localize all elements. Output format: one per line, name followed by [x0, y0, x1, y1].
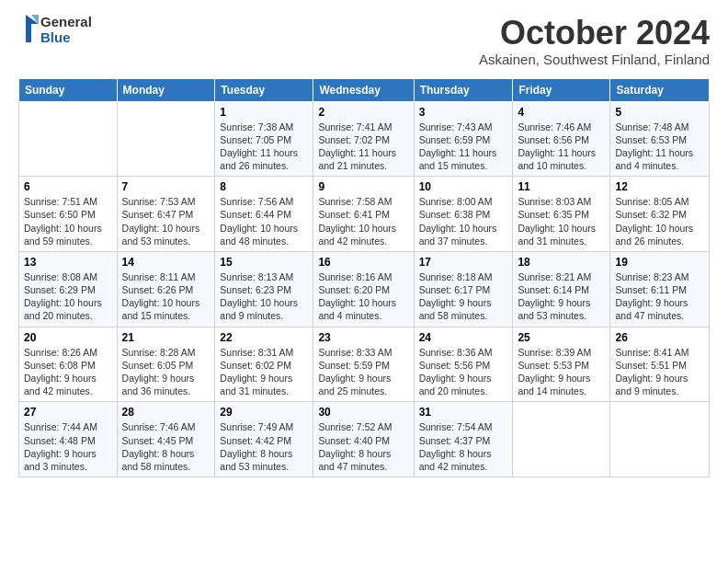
calendar-cell: 11Sunrise: 8:03 AM Sunset: 6:35 PM Dayli… — [513, 177, 610, 252]
day-number: 28 — [122, 406, 210, 419]
calendar-cell: 10Sunrise: 8:00 AM Sunset: 6:38 PM Dayli… — [414, 177, 513, 252]
day-info: Sunrise: 8:13 AM Sunset: 6:23 PM Dayligh… — [220, 270, 308, 323]
day-number: 23 — [318, 331, 408, 344]
day-number: 15 — [220, 256, 308, 269]
weekday-header: Sunday — [19, 78, 118, 101]
day-number: 10 — [419, 180, 508, 193]
calendar-cell: 12Sunrise: 8:05 AM Sunset: 6:32 PM Dayli… — [610, 177, 710, 252]
calendar-cell: 22Sunrise: 8:31 AM Sunset: 6:02 PM Dayli… — [215, 327, 313, 402]
day-info: Sunrise: 8:41 AM Sunset: 5:51 PM Dayligh… — [615, 346, 704, 398]
day-info: Sunrise: 8:00 AM Sunset: 6:38 PM Dayligh… — [419, 195, 508, 247]
calendar-cell: 4Sunrise: 7:46 AM Sunset: 6:56 PM Daylig… — [513, 101, 610, 177]
day-info: Sunrise: 7:52 AM Sunset: 4:40 PM Dayligh… — [318, 420, 408, 473]
calendar-cell — [610, 402, 710, 477]
calendar-cell — [117, 101, 215, 177]
day-number: 4 — [518, 106, 605, 119]
calendar-table: SundayMondayTuesdayWednesdayThursdayFrid… — [18, 78, 710, 477]
day-number: 6 — [24, 180, 112, 193]
day-info: Sunrise: 8:26 AM Sunset: 6:08 PM Dayligh… — [24, 346, 112, 398]
calendar-cell: 29Sunrise: 7:49 AM Sunset: 4:42 PM Dayli… — [215, 402, 313, 477]
day-number: 14 — [122, 256, 210, 269]
calendar-cell: 8Sunrise: 7:56 AM Sunset: 6:44 PM Daylig… — [215, 177, 313, 252]
day-info: Sunrise: 8:08 AM Sunset: 6:29 PM Dayligh… — [24, 270, 112, 323]
day-number: 3 — [419, 106, 508, 119]
day-number: 9 — [318, 180, 408, 193]
day-number: 21 — [122, 331, 210, 344]
calendar-header-row: SundayMondayTuesdayWednesdayThursdayFrid… — [19, 78, 710, 101]
day-info: Sunrise: 7:51 AM Sunset: 6:50 PM Dayligh… — [24, 195, 112, 247]
logo-text-blue: Blue — [40, 30, 92, 46]
day-number: 7 — [122, 180, 210, 193]
day-info: Sunrise: 7:49 AM Sunset: 4:42 PM Dayligh… — [220, 420, 308, 473]
title-block: October 2024 Askainen, Southwest Finland… — [479, 15, 710, 67]
calendar-cell: 3Sunrise: 7:43 AM Sunset: 6:59 PM Daylig… — [414, 101, 513, 177]
day-number: 16 — [318, 256, 408, 269]
day-info: Sunrise: 8:11 AM Sunset: 6:26 PM Dayligh… — [122, 270, 210, 323]
day-info: Sunrise: 7:38 AM Sunset: 7:05 PM Dayligh… — [220, 121, 308, 173]
calendar-cell: 30Sunrise: 7:52 AM Sunset: 4:40 PM Dayli… — [313, 402, 414, 477]
calendar-cell: 25Sunrise: 8:39 AM Sunset: 5:53 PM Dayli… — [513, 327, 610, 402]
calendar-cell: 28Sunrise: 7:46 AM Sunset: 4:45 PM Dayli… — [117, 402, 215, 477]
weekday-header: Thursday — [414, 78, 513, 101]
calendar-cell: 18Sunrise: 8:21 AM Sunset: 6:14 PM Dayli… — [513, 251, 610, 327]
calendar-cell: 16Sunrise: 8:16 AM Sunset: 6:20 PM Dayli… — [313, 251, 414, 327]
day-info: Sunrise: 7:48 AM Sunset: 6:53 PM Dayligh… — [615, 121, 704, 173]
day-number: 13 — [24, 256, 112, 269]
day-number: 26 — [615, 331, 704, 344]
day-info: Sunrise: 8:31 AM Sunset: 6:02 PM Dayligh… — [220, 346, 308, 398]
day-number: 11 — [518, 180, 605, 193]
day-info: Sunrise: 8:39 AM Sunset: 5:53 PM Dayligh… — [518, 346, 605, 398]
logo-graphic — [18, 15, 39, 42]
location: Askainen, Southwest Finland, Finland — [479, 52, 710, 67]
calendar-cell: 7Sunrise: 7:53 AM Sunset: 6:47 PM Daylig… — [117, 177, 215, 252]
day-number: 29 — [220, 406, 308, 419]
weekday-header: Saturday — [610, 78, 710, 101]
calendar-cell: 13Sunrise: 8:08 AM Sunset: 6:29 PM Dayli… — [19, 251, 118, 327]
day-number: 2 — [318, 106, 408, 119]
day-info: Sunrise: 7:41 AM Sunset: 7:02 PM Dayligh… — [318, 121, 408, 173]
weekday-header: Friday — [513, 78, 610, 101]
day-number: 18 — [518, 256, 605, 269]
calendar-week-row: 13Sunrise: 8:08 AM Sunset: 6:29 PM Dayli… — [19, 251, 710, 327]
calendar-week-row: 1Sunrise: 7:38 AM Sunset: 7:05 PM Daylig… — [19, 101, 710, 177]
calendar-cell: 20Sunrise: 8:26 AM Sunset: 6:08 PM Dayli… — [19, 327, 118, 402]
calendar-cell: 14Sunrise: 8:11 AM Sunset: 6:26 PM Dayli… — [117, 251, 215, 327]
day-number: 12 — [615, 180, 704, 193]
day-number: 30 — [318, 406, 408, 419]
day-info: Sunrise: 8:28 AM Sunset: 6:05 PM Dayligh… — [122, 346, 210, 398]
calendar-week-row: 20Sunrise: 8:26 AM Sunset: 6:08 PM Dayli… — [19, 327, 710, 402]
calendar-week-row: 27Sunrise: 7:44 AM Sunset: 4:48 PM Dayli… — [19, 402, 710, 477]
calendar-cell — [19, 101, 118, 177]
day-info: Sunrise: 8:23 AM Sunset: 6:11 PM Dayligh… — [615, 270, 704, 323]
day-number: 17 — [419, 256, 508, 269]
logo-text-general: General — [40, 15, 92, 30]
calendar-cell: 15Sunrise: 8:13 AM Sunset: 6:23 PM Dayli… — [215, 251, 313, 327]
day-info: Sunrise: 7:46 AM Sunset: 4:45 PM Dayligh… — [122, 420, 210, 473]
day-info: Sunrise: 8:36 AM Sunset: 5:56 PM Dayligh… — [419, 346, 508, 398]
day-number: 5 — [615, 106, 704, 119]
day-info: Sunrise: 7:56 AM Sunset: 6:44 PM Dayligh… — [220, 195, 308, 247]
day-number: 27 — [24, 406, 112, 419]
day-number: 31 — [419, 406, 508, 419]
calendar-cell: 31Sunrise: 7:54 AM Sunset: 4:37 PM Dayli… — [414, 402, 513, 477]
day-info: Sunrise: 8:16 AM Sunset: 6:20 PM Dayligh… — [318, 270, 408, 323]
logo-container: General Blue — [18, 15, 92, 45]
day-info: Sunrise: 8:21 AM Sunset: 6:14 PM Dayligh… — [518, 270, 605, 323]
calendar-cell: 17Sunrise: 8:18 AM Sunset: 6:17 PM Dayli… — [414, 251, 513, 327]
day-info: Sunrise: 8:18 AM Sunset: 6:17 PM Dayligh… — [419, 270, 508, 323]
logo: General Blue — [18, 15, 92, 45]
calendar-body: 1Sunrise: 7:38 AM Sunset: 7:05 PM Daylig… — [19, 101, 710, 477]
month-title: October 2024 — [479, 15, 710, 52]
calendar-cell: 19Sunrise: 8:23 AM Sunset: 6:11 PM Dayli… — [610, 251, 710, 327]
calendar-cell: 1Sunrise: 7:38 AM Sunset: 7:05 PM Daylig… — [215, 101, 313, 177]
day-number: 25 — [518, 331, 605, 344]
calendar-cell: 23Sunrise: 8:33 AM Sunset: 5:59 PM Dayli… — [313, 327, 414, 402]
day-info: Sunrise: 7:54 AM Sunset: 4:37 PM Dayligh… — [419, 420, 508, 473]
calendar-cell: 24Sunrise: 8:36 AM Sunset: 5:56 PM Dayli… — [414, 327, 513, 402]
day-info: Sunrise: 7:46 AM Sunset: 6:56 PM Dayligh… — [518, 121, 605, 173]
calendar-cell: 9Sunrise: 7:58 AM Sunset: 6:41 PM Daylig… — [313, 177, 414, 252]
day-info: Sunrise: 7:44 AM Sunset: 4:48 PM Dayligh… — [24, 420, 112, 473]
day-info: Sunrise: 7:58 AM Sunset: 6:41 PM Dayligh… — [318, 195, 408, 247]
day-info: Sunrise: 7:53 AM Sunset: 6:47 PM Dayligh… — [122, 195, 210, 247]
weekday-header: Tuesday — [215, 78, 313, 101]
